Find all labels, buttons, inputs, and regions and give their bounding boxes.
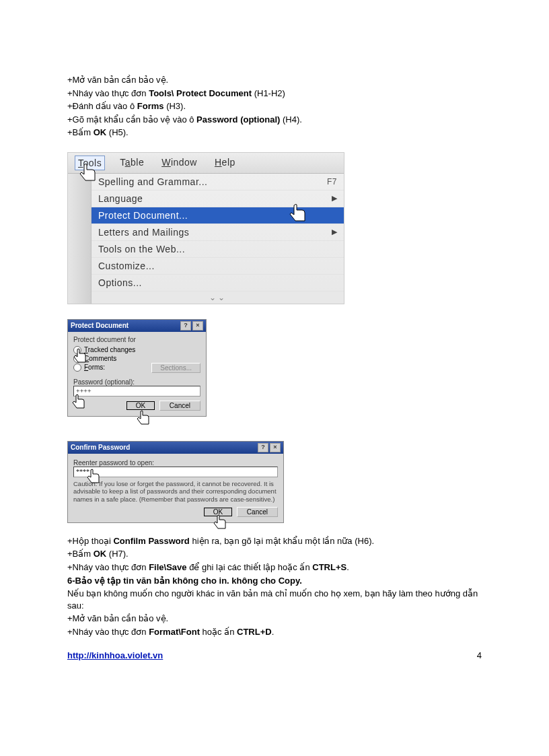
menubar-tools[interactable]: Tools (75, 156, 105, 170)
tools-menu-figure: Tools Table Window Help Spelling and Gra… (67, 152, 344, 304)
instr-line5: +Bấm OK (H5). (67, 127, 482, 139)
page-footer: http://kinhhoa.violet.vn 4 (67, 650, 482, 660)
instr-line2: +Nháy vào thực đơn Tools\ Protect Docume… (67, 88, 482, 100)
menu-expand-chevron-icon[interactable]: ⌄⌄ (92, 291, 344, 304)
sections-button[interactable]: Sections... (151, 363, 200, 373)
section6-l2: +Mở văn bản cần bảo vệ. (67, 613, 482, 625)
menu-items: Spelling and Grammar... F7 Language ▶ Pr… (92, 174, 344, 304)
menu-gutter (68, 174, 92, 304)
instr-line4: +Gõ mật khẩu cần bảo vệ vào ô Password (… (67, 114, 482, 126)
ok-button[interactable]: OK (126, 401, 155, 410)
help-button[interactable]: ? (180, 321, 191, 331)
ok-button[interactable]: OK (204, 508, 232, 516)
password-label: Password (optional): (73, 378, 200, 386)
close-button[interactable]: × (270, 443, 281, 452)
close-button[interactable]: × (192, 321, 203, 331)
menubar-help[interactable]: Help (212, 156, 238, 170)
menubar-table[interactable]: Table (117, 156, 147, 170)
instructions-block-1: +Mở văn bản cần bảo vệ. +Nháy vào thực đ… (67, 74, 482, 139)
confirm-password-dialog: Confirm Password ? × Reenter password to… (67, 441, 284, 523)
instructions-block-2: +Hộp thoại Confilm Password hiện ra, bạn… (67, 535, 482, 638)
menu-item-tools-web[interactable]: Tools on the Web... (92, 241, 344, 258)
help-button[interactable]: ? (258, 443, 268, 452)
dialog-title: Protect Document (71, 322, 129, 329)
dialog-title: Confirm Password (71, 444, 130, 451)
menubar: Tools Table Window Help (68, 153, 344, 174)
menu-item-protect-document[interactable]: Protect Document... (92, 207, 344, 224)
menu-item-letters[interactable]: Letters and Mailings ▶ (92, 224, 344, 241)
protect-document-dialog: Protect Document ? × Protect document fo… (67, 319, 207, 417)
submenu-arrow-icon: ▶ (332, 194, 338, 203)
caution-text: Caution: If you lose or forget the passw… (73, 480, 278, 503)
section-6-heading: 6-Bảo vệ tập tin văn bản không cho in. k… (67, 575, 482, 587)
menubar-window[interactable]: Window (159, 156, 200, 170)
footer-link[interactable]: http://kinhhoa.violet.vn (67, 650, 163, 660)
group-label: Protect document for (73, 336, 200, 343)
cancel-button[interactable]: Cancel (159, 401, 200, 411)
dialog-titlebar: Confirm Password ? × (68, 442, 283, 454)
radio-comments[interactable]: Comments (73, 355, 200, 363)
reenter-password-input[interactable] (73, 467, 278, 477)
section6-l3: +Nháy vào thực đơn Format\Font hoặc ấn C… (67, 626, 482, 638)
radio-tracked-changes[interactable]: Tracked changes (73, 346, 200, 354)
menu-item-spelling[interactable]: Spelling and Grammar... F7 (92, 174, 344, 191)
section6-l1: Nếu bạn không muốn cho người khác in văn… (67, 588, 482, 611)
reenter-label: Reenter password to open: (73, 459, 278, 467)
cancel-button[interactable]: Cancel (237, 507, 278, 517)
submenu-arrow-icon: ▶ (332, 228, 338, 236)
menu-item-language[interactable]: Language ▶ (92, 191, 344, 207)
instr-line1: +Mở văn bản cần bảo vệ. (67, 74, 482, 86)
dialog-titlebar: Protect Document ? × (68, 320, 206, 332)
password-input[interactable] (73, 386, 200, 397)
instr-line3: +Đánh dấu vào ô Forms (H3). (67, 100, 482, 112)
page-number: 4 (477, 650, 482, 660)
menu-item-options[interactable]: Options... (92, 275, 344, 291)
menu-item-customize[interactable]: Customize... (92, 258, 344, 275)
